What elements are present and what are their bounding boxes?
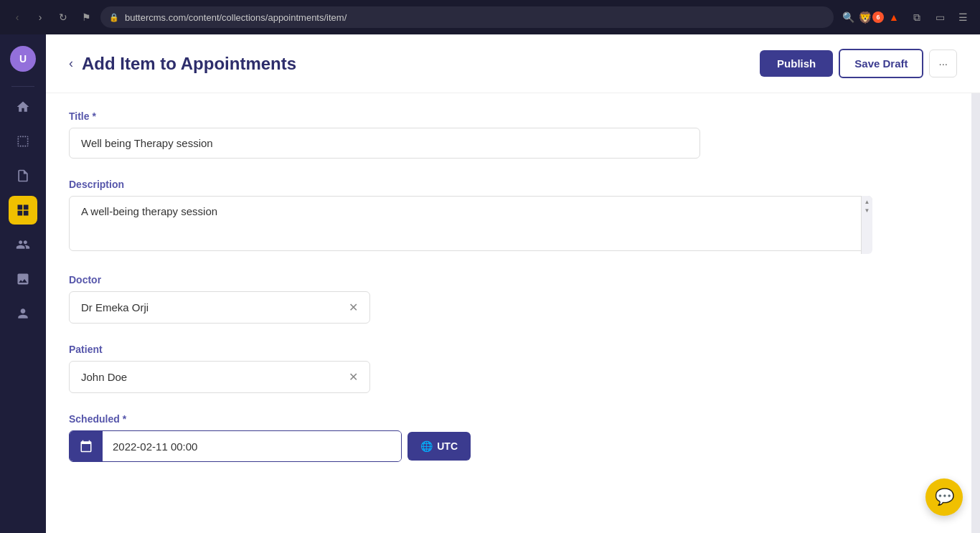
doctor-group: Doctor Dr Emeka Orji ✕ <box>69 274 913 324</box>
more-options-button[interactable]: ··· <box>929 49 957 77</box>
menu-button[interactable]: ☰ <box>954 9 971 26</box>
textarea-scrollbar: ▲ ▼ <box>861 196 872 254</box>
brave-shield: 🦁 6 <box>862 9 880 26</box>
page-title: Add Item to Appointments <box>82 54 296 74</box>
globe-icon: 🌐 <box>420 440 433 452</box>
sidebar-item-collections[interactable] <box>9 196 37 225</box>
scrollbar-up[interactable]: ▲ <box>863 197 872 206</box>
date-input-wrapper <box>69 430 402 462</box>
sidebar: U <box>0 0 46 533</box>
reload-button[interactable]: ↻ <box>55 9 72 26</box>
back-nav-button[interactable]: ‹ <box>9 9 26 26</box>
title-label: Title * <box>69 110 913 122</box>
main-wrapper: ‹ Add Item to Appointments Publish Save … <box>46 34 980 533</box>
content-area: ‹ Add Item to Appointments Publish Save … <box>46 34 980 533</box>
sidebar-item-team[interactable] <box>9 299 37 328</box>
sidebar-item-blog[interactable] <box>9 127 37 156</box>
description-textarea[interactable] <box>69 196 872 251</box>
date-input[interactable] <box>103 432 401 461</box>
patient-clear-button[interactable]: ✕ <box>349 370 358 384</box>
doctor-select[interactable]: Dr Emeka Orji ✕ <box>69 291 370 324</box>
scheduled-wrapper: 🌐 UTC <box>69 430 471 462</box>
patient-group: Patient John Doe ✕ <box>69 344 913 393</box>
doctor-label: Doctor <box>69 274 913 286</box>
utc-button[interactable]: 🌐 UTC <box>407 432 471 461</box>
description-wrapper: ▲ ▼ <box>69 196 872 254</box>
extensions-button[interactable]: ⧉ <box>908 9 925 26</box>
sidebar-item-users[interactable] <box>9 230 37 259</box>
sidebar-item-media[interactable] <box>9 265 37 293</box>
calendar-button[interactable] <box>70 431 103 461</box>
title-group: Title * <box>69 110 913 159</box>
publish-button[interactable]: Publish <box>760 50 833 77</box>
title-input[interactable] <box>69 128 700 159</box>
doctor-clear-button[interactable]: ✕ <box>349 301 358 314</box>
brave-count-badge: 6 <box>872 11 884 23</box>
forward-nav-button[interactable]: › <box>32 9 49 26</box>
sidebar-divider <box>11 86 34 87</box>
bookmark-button[interactable]: ⚑ <box>77 9 95 26</box>
url-bar[interactable]: 🔒 buttercms.com/content/collections/appo… <box>100 6 834 28</box>
url-text: buttercms.com/content/collections/appoin… <box>125 12 347 23</box>
browser-actions: 🔍 🦁 6 ▲ ⧉ ▭ ☰ <box>839 9 971 26</box>
scheduled-label: Scheduled * <box>69 413 913 425</box>
scheduled-group: Scheduled * 🌐 UTC <box>69 413 913 462</box>
description-label: Description <box>69 179 913 190</box>
lock-icon: 🔒 <box>109 13 119 22</box>
patient-label: Patient <box>69 344 913 355</box>
right-scrollbar[interactable] <box>971 34 980 533</box>
search-button[interactable]: 🔍 <box>839 9 857 26</box>
scrollbar-down[interactable]: ▼ <box>863 206 872 214</box>
description-group: Description ▲ ▼ <box>69 179 913 254</box>
chat-widget[interactable]: 💬 <box>925 478 963 516</box>
sidebar-item-pages[interactable] <box>9 161 37 190</box>
browser-chrome: ‹ › ↻ ⚑ 🔒 buttercms.com/content/collecti… <box>0 0 980 34</box>
avatar[interactable]: U <box>10 46 36 72</box>
form-content: Title * Description ▲ ▼ Doctor Dr Eme <box>46 93 936 499</box>
doctor-value: Dr Emeka Orji <box>81 301 149 313</box>
back-button[interactable]: ‹ <box>69 56 73 71</box>
brave-rewards-button[interactable]: ▲ <box>885 9 903 26</box>
brave-icon: 🦁 <box>858 11 872 24</box>
utc-label: UTC <box>437 440 458 452</box>
wallet-button[interactable]: ▭ <box>931 9 948 26</box>
save-draft-button[interactable]: Save Draft <box>839 49 923 78</box>
page-header: ‹ Add Item to Appointments Publish Save … <box>46 34 980 93</box>
header-actions: Publish Save Draft ··· <box>760 49 957 78</box>
header-left: ‹ Add Item to Appointments <box>69 54 296 74</box>
patient-value: John Doe <box>81 371 127 383</box>
patient-select[interactable]: John Doe ✕ <box>69 361 370 393</box>
sidebar-item-home[interactable] <box>9 93 37 121</box>
